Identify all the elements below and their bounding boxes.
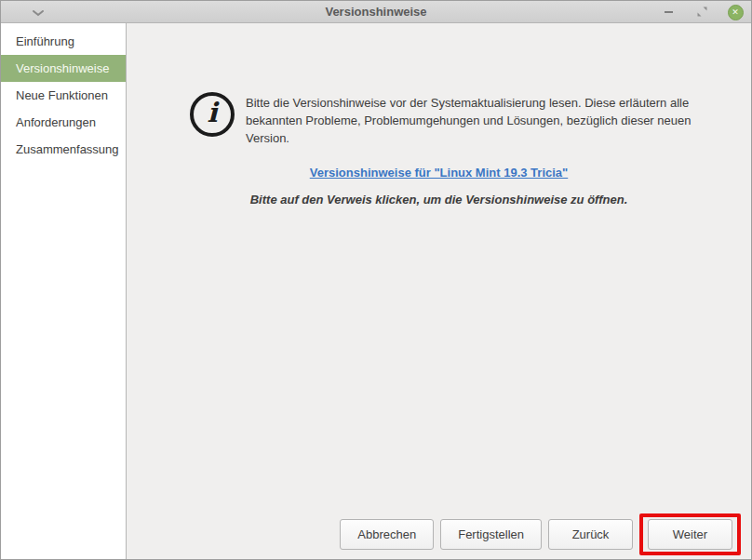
chevron-down-icon (33, 4, 44, 20)
window-title: Versionshinweise (1, 5, 751, 19)
sidebar-item-zusammenfassung[interactable]: Zusammenfassung (1, 136, 126, 163)
info-row: i Bitte die Versionshinweise vor der Sys… (190, 92, 729, 147)
window-menu-button[interactable] (29, 5, 47, 20)
abbrechen-button[interactable]: Abbrechen (340, 519, 434, 550)
sidebar-item-einfuehrung[interactable]: Einführung (1, 28, 126, 55)
sidebar-item-neue-funktionen[interactable]: Neue Funktionen (1, 82, 126, 109)
release-notes-link[interactable]: Versionshinweise für "Linux Mint 19.3 Tr… (310, 166, 568, 180)
sidebar-item-versionshinweise[interactable]: Versionshinweise (1, 55, 126, 82)
info-icon: i (190, 92, 235, 137)
close-button[interactable]: ✕ (727, 4, 744, 20)
release-notes-window: Versionshinweise ✕ Einführung Versio (0, 0, 752, 560)
close-icon: ✕ (728, 5, 744, 20)
minimize-button[interactable] (660, 4, 677, 20)
titlebar: Versionshinweise ✕ (1, 1, 751, 23)
restore-icon (697, 4, 707, 20)
info-paragraph: Bitte die Versionshinweise vor der Syste… (246, 92, 729, 147)
wizard-steps-sidebar: Einführung Versionshinweise Neue Funktio… (1, 23, 127, 560)
window-controls: ✕ (660, 1, 744, 23)
wizard-button-bar: Abbrechen Fertigstellen Zurück Weiter (340, 513, 741, 555)
restore-button[interactable] (693, 4, 710, 20)
minimize-icon (665, 11, 673, 13)
sidebar-item-anforderungen[interactable]: Anforderungen (1, 109, 126, 136)
weiter-button[interactable]: Weiter (648, 519, 732, 550)
instruction-text: Bitte auf den Verweis klicken, um die Ve… (127, 193, 751, 207)
link-row: Versionshinweise für "Linux Mint 19.3 Tr… (127, 164, 751, 180)
annotation-highlight: Weiter (639, 513, 741, 555)
main-content: i Bitte die Versionshinweise vor der Sys… (127, 23, 751, 560)
fertigstellen-button[interactable]: Fertigstellen (440, 519, 542, 550)
zurueck-button[interactable]: Zurück (548, 519, 633, 550)
